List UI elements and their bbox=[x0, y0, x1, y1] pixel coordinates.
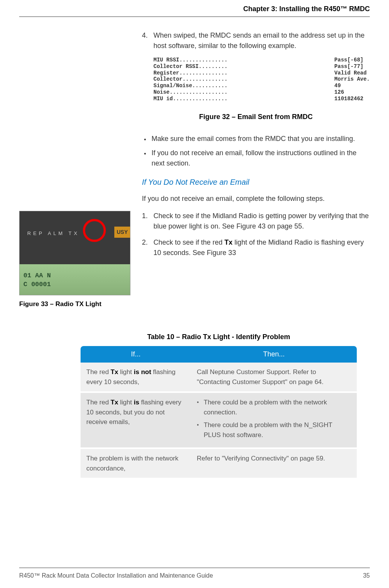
bullet-icon: ● bbox=[142, 134, 152, 144]
table-row: The red Tx light is not flashing every 1… bbox=[81, 363, 357, 392]
step-number: 2. bbox=[142, 237, 153, 258]
table-cell-then: ●There could be a problem with the netwo… bbox=[191, 392, 357, 448]
subheading: If You Do Not Receive an Email bbox=[142, 176, 370, 188]
bullet-text: Make sure the email comes from the RMDC … bbox=[152, 134, 370, 144]
bullet-item: ● Make sure the email comes from the RMD… bbox=[142, 134, 370, 144]
intro-para: If you do not receive an email, complete… bbox=[142, 194, 370, 204]
table-cell-if: The red Tx light is not flashing every 1… bbox=[81, 363, 191, 392]
step-number: 1. bbox=[142, 211, 153, 232]
table-cell-then: Refer to "Verifying Connectivity" on pag… bbox=[191, 448, 357, 479]
footer-title: R450™ Rack Mount Data Collector Installa… bbox=[19, 571, 213, 580]
page-number: 35 bbox=[363, 571, 370, 580]
radio-image: REP ALM TX USY 01 AA N C 00001 bbox=[19, 211, 130, 295]
step-number: 4. bbox=[142, 30, 153, 51]
figure-32-caption: Figure 32 – Email Sent from RMDC bbox=[142, 112, 370, 122]
bullet-icon: ● bbox=[142, 148, 152, 169]
table-header-then: Then... bbox=[191, 346, 357, 363]
email-values: Pass[-68] Pass[-77] Valid Read Morris Av… bbox=[335, 57, 370, 102]
email-example: MIU RSSI............... Collector RSSI..… bbox=[153, 57, 370, 102]
page-header: Chapter 3: Installing the R450™ RMDC bbox=[19, 0, 370, 17]
lcd-line: C 00001 bbox=[23, 280, 126, 289]
step-1: 1. Check to see if the Midland Radio is … bbox=[142, 211, 370, 232]
step-text: When swiped, the RMDC sends an email to … bbox=[153, 30, 370, 51]
bullet-item: ● If you do not receive an email, follow… bbox=[142, 148, 370, 169]
page-footer: R450™ Rack Mount Data Collector Installa… bbox=[19, 568, 370, 588]
bullet-text: If you do not receive an email, follow t… bbox=[152, 148, 370, 169]
table-header-if: If... bbox=[81, 346, 191, 363]
figure-33-caption: Figure 33 – Radio TX Light bbox=[19, 299, 130, 309]
table-cell-if: The red Tx light is flashing every 10 se… bbox=[81, 392, 191, 448]
troubleshoot-table: If... Then... The red Tx light is not fl… bbox=[81, 346, 357, 479]
email-labels: MIU RSSI............... Collector RSSI..… bbox=[153, 57, 227, 102]
lcd-line: 01 AA N bbox=[23, 271, 126, 280]
step-text: Check to see if the Midland Radio is get… bbox=[153, 211, 370, 232]
step-4: 4. When swiped, the RMDC sends an email … bbox=[142, 30, 370, 51]
radio-lcd: 01 AA N C 00001 bbox=[20, 264, 130, 295]
step-2: 2. Check to see if the red Tx light of t… bbox=[142, 237, 370, 258]
step-text: Check to see if the red Tx light of the … bbox=[153, 237, 370, 258]
radio-panel-labels: REP ALM TX bbox=[27, 230, 79, 237]
table-row: The red Tx light is flashing every 10 se… bbox=[81, 392, 357, 448]
radio-busy-label: USY bbox=[114, 227, 130, 238]
table-cell-then: Call Neptune Customer Support. Refer to … bbox=[191, 363, 357, 392]
table-10-caption: Table 10 – Radio Tx Light - Identify Pro… bbox=[81, 332, 357, 342]
table-cell-if: The problem is with the network concorda… bbox=[81, 448, 191, 479]
red-highlight-circle bbox=[83, 219, 106, 242]
table-row: The problem is with the network concorda… bbox=[81, 448, 357, 479]
